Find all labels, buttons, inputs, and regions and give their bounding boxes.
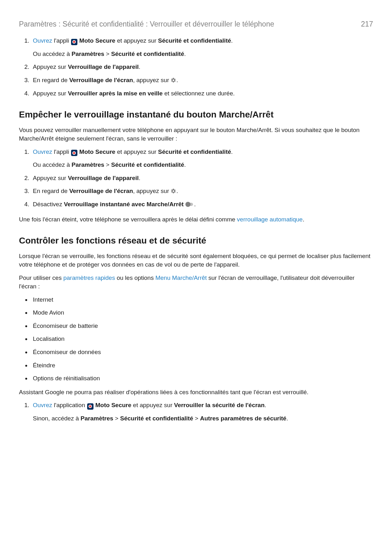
text: Désactivez [33,201,64,208]
steps-list-a: Ouvrez l'appli Moto Secure et appuyez su… [19,36,373,98]
security-label: Sécurité et confidentialité [120,415,193,422]
text: . [176,188,178,194]
label: Verrouillage de l'écran [69,188,133,194]
text: Appuyez sur [33,90,68,97]
list-item: Localisation [31,334,373,343]
text: Sinon, accédez à [33,415,81,422]
open-link[interactable]: Ouvrez [33,402,52,408]
moto-secure-app-icon [71,150,77,156]
page-number: 217 [361,19,373,29]
text: . [184,51,186,57]
text: l'application [52,402,87,408]
list-item: Économiseur de batterie [31,322,373,330]
text: Appuyez sur [33,63,68,70]
text: , appuyez sur [133,188,171,194]
list-item: Éteindre [31,361,373,370]
step: Désactivez Verrouillage instantané avec … [31,200,373,209]
text: Ou accédez à [33,161,72,168]
toggle-off-icon [185,202,194,207]
text: Pour utiliser ces [19,274,63,281]
paragraph: Pour utiliser ces paramètres rapides ou … [19,274,373,291]
settings-label: Paramètres [72,51,105,57]
security-label: Sécurité et confidentialité [158,148,231,155]
security-label: Sécurité et confidentialité [111,51,184,57]
auto-lock-link[interactable]: verrouillage automatique [237,216,303,223]
chevron-icon: > [195,415,198,422]
paragraph: Assistant Google ne pourra pas réaliser … [19,388,373,397]
alt-path: Sinon, accédez à Paramètres > Sécurité e… [33,414,373,423]
text: et appuyez sur [115,148,158,155]
breadcrumb: Paramètres : Sécurité et confidentialité… [19,19,361,29]
app-name: Moto Secure [79,37,115,44]
text: et appuyez sur [115,37,158,44]
paragraph: Lorsque l'écran se verrouille, les fonct… [19,252,373,269]
other-security-label: Autres paramètres de sécurité [200,415,286,422]
step: Ouvrez l'appli Moto Secure et appuyez su… [31,148,373,169]
text: l'appli [52,37,71,44]
alt-path: Ou accédez à Paramètres > Sécurité et co… [33,160,373,169]
text: . [194,201,196,208]
chevron-icon: > [106,51,109,57]
text: Une fois l'écran éteint, votre téléphone… [19,216,237,223]
settings-label: Paramètres [72,161,105,168]
app-name: Moto Secure [79,148,115,155]
step: Ouvrez l'appli Moto Secure et appuyez su… [31,36,373,58]
text: . [265,402,266,408]
text: . [286,415,288,422]
section-heading: Empêcher le verrouillage instantané du b… [19,108,373,121]
text: , appuyez sur [133,77,171,83]
steps-list-c: Ouvrez l'application Moto Secure et appu… [19,401,373,423]
chevron-icon: > [115,415,118,422]
step: En regard de Verrouillage de l'écran, ap… [31,76,373,85]
step: Appuyez sur Verrouiller après la mise en… [31,89,373,98]
page-header: Paramètres : Sécurité et confidentialité… [19,19,373,29]
security-label: Sécurité et confidentialité [158,37,231,44]
text: . [139,175,140,181]
text: . [184,161,186,168]
label: Verrouillage instantané avec Marche/Arrê… [64,201,184,208]
text: . [231,37,233,44]
text: En regard de [33,77,69,83]
text: Appuyez sur [33,175,68,181]
security-label: Sécurité et confidentialité [111,161,184,168]
paragraph: Vous pouvez verrouiller manuellement vot… [19,126,373,143]
gear-icon [171,188,176,194]
text: . [303,216,304,223]
list-item: Économiseur de données [31,348,373,357]
moto-secure-app-icon [87,403,93,410]
gear-icon [171,77,176,83]
list-item: Mode Avion [31,308,373,317]
label: Verrouiller après la mise en veille [68,90,163,97]
settings-label: Paramètres [81,415,113,422]
moto-secure-app-icon [71,39,77,45]
chevron-icon: > [106,161,109,168]
section-heading: Contrôler les fonctions réseau et de séc… [19,234,373,247]
open-link[interactable]: Ouvrez [33,37,52,44]
open-link[interactable]: Ouvrez [33,148,52,155]
text: Ou accédez à [33,51,72,57]
label: Verrouillage de l'appareil [68,175,139,181]
features-list: Internet Mode Avion Économiseur de batte… [19,295,373,383]
quick-settings-link[interactable]: paramètres rapides [63,274,115,281]
step: En regard de Verrouillage de l'écran, ap… [31,187,373,196]
steps-list-b: Ouvrez l'appli Moto Secure et appuyez su… [19,148,373,209]
list-item: Options de réinitialisation [31,374,373,383]
paragraph: Une fois l'écran éteint, votre téléphone… [19,215,373,224]
step: Appuyez sur Verrouillage de l'appareil. [31,63,373,71]
text: et appuyez sur [131,402,174,408]
text: et sélectionnez une durée. [163,90,235,97]
step: Ouvrez l'application Moto Secure et appu… [31,401,373,423]
lock-screen-security-label: Verrouiller la sécurité de l'écran [174,402,265,408]
power-menu-link[interactable]: Menu Marche/Arrêt [155,274,207,281]
label: Verrouillage de l'écran [69,77,133,83]
step: Appuyez sur Verrouillage de l'appareil. [31,174,373,183]
text: . [139,63,140,70]
text: ou les options [115,274,155,281]
text: En regard de [33,188,69,194]
alt-path: Ou accédez à Paramètres > Sécurité et co… [33,50,373,58]
app-name: Moto Secure [95,402,131,408]
text: l'appli [52,148,71,155]
text: . [231,148,233,155]
list-item: Internet [31,295,373,304]
label: Verrouillage de l'appareil [68,63,139,70]
